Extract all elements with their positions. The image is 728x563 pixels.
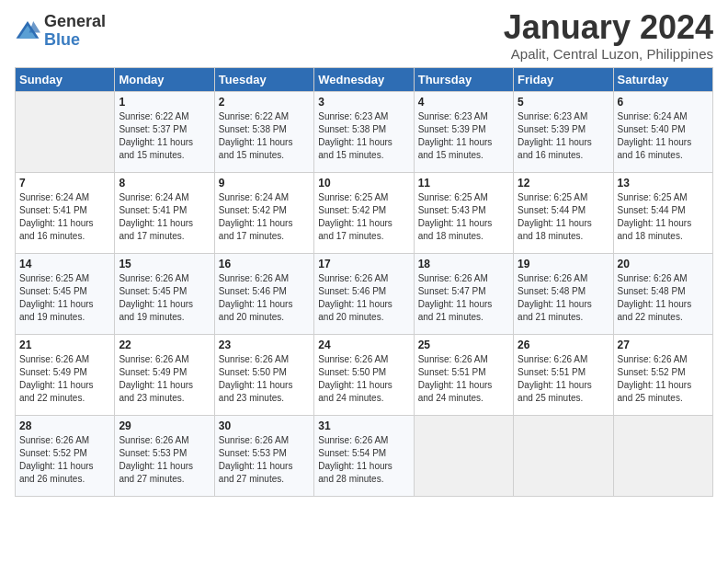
day-info: Sunrise: 6:25 AMSunset: 5:45 PMDaylight:… [19,272,110,324]
calendar-cell: 27Sunrise: 6:26 AMSunset: 5:52 PMDayligh… [613,334,712,415]
sunset-text: Sunset: 5:44 PM [618,205,686,215]
day-number: 20 [618,258,709,270]
sunrise-text: Sunrise: 6:26 AM [418,354,488,364]
sunrise-text: Sunrise: 6:26 AM [119,273,188,283]
daylight-text: and 27 minutes. [119,474,184,484]
day-info: Sunrise: 6:26 AMSunset: 5:53 PMDaylight:… [219,434,310,486]
sunrise-text: Sunrise: 6:24 AM [19,192,89,202]
daylight-text: Daylight: 11 hours [318,380,392,390]
logo-text: General Blue [44,13,106,50]
day-number: 11 [418,177,509,190]
calendar-body: 1Sunrise: 6:22 AMSunset: 5:37 PMDaylight… [16,91,713,496]
daylight-text: and 15 minutes. [418,150,483,160]
daylight-text: and 26 minutes. [19,474,85,484]
daylight-text: Daylight: 11 hours [19,218,94,228]
calendar-cell: 21Sunrise: 6:26 AMSunset: 5:49 PMDayligh… [16,334,115,415]
day-info: Sunrise: 6:24 AMSunset: 5:41 PMDaylight:… [119,191,210,243]
calendar-cell: 6Sunrise: 6:24 AMSunset: 5:40 PMDaylight… [613,91,712,172]
day-number: 19 [518,258,609,270]
sunset-text: Sunset: 5:46 PM [219,286,287,296]
calendar-cell: 5Sunrise: 6:23 AMSunset: 5:39 PMDaylight… [514,91,613,172]
daylight-text: Daylight: 11 hours [518,299,592,309]
day-number: 3 [318,96,409,109]
calendar-header: Sunday Monday Tuesday Wednesday Thursday… [16,67,713,91]
sunset-text: Sunset: 5:47 PM [418,286,486,296]
daylight-text: Daylight: 11 hours [19,299,94,309]
daylight-text: and 25 minutes. [518,393,583,403]
day-info: Sunrise: 6:26 AMSunset: 5:49 PMDaylight:… [119,353,210,405]
sunset-text: Sunset: 5:54 PM [318,448,386,458]
sunset-text: Sunset: 5:42 PM [219,205,287,215]
day-number: 29 [119,419,210,432]
calendar-cell: 24Sunrise: 6:26 AMSunset: 5:50 PMDayligh… [314,334,414,415]
calendar-cell: 9Sunrise: 6:24 AMSunset: 5:42 PMDaylight… [214,172,313,253]
day-number: 21 [19,339,110,351]
day-number: 22 [119,339,210,351]
daylight-text: and 22 minutes. [618,312,683,322]
calendar-cell: 23Sunrise: 6:26 AMSunset: 5:50 PMDayligh… [214,334,313,415]
daylight-text: and 23 minutes. [219,393,284,403]
sunrise-text: Sunrise: 6:22 AM [219,111,289,121]
daylight-text: Daylight: 11 hours [119,380,193,390]
sunrise-text: Sunrise: 6:24 AM [119,192,188,202]
sunrise-text: Sunrise: 6:25 AM [318,192,388,202]
day-number: 6 [618,96,709,109]
day-info: Sunrise: 6:22 AMSunset: 5:37 PMDaylight:… [119,110,210,162]
sunrise-text: Sunrise: 6:26 AM [618,273,688,283]
daylight-text: Daylight: 11 hours [418,218,493,228]
calendar-cell: 12Sunrise: 6:25 AMSunset: 5:44 PMDayligh… [514,172,613,253]
calendar-cell: 26Sunrise: 6:26 AMSunset: 5:51 PMDayligh… [514,334,613,415]
sunset-text: Sunset: 5:42 PM [318,205,386,215]
header: General Blue January 2024 Apalit, Centra… [15,9,713,62]
daylight-text: and 28 minutes. [318,474,383,484]
sunset-text: Sunset: 5:45 PM [119,286,187,296]
daylight-text: Daylight: 11 hours [518,380,592,390]
calendar-cell: 2Sunrise: 6:22 AMSunset: 5:38 PMDaylight… [214,91,313,172]
daylight-text: Daylight: 11 hours [318,299,392,309]
daylight-text: Daylight: 11 hours [119,299,193,309]
calendar-week-3: 14Sunrise: 6:25 AMSunset: 5:45 PMDayligh… [16,253,713,334]
daylight-text: and 15 minutes. [119,150,184,160]
sunset-text: Sunset: 5:45 PM [19,286,87,296]
day-info: Sunrise: 6:26 AMSunset: 5:48 PMDaylight:… [618,272,709,324]
sunrise-text: Sunrise: 6:26 AM [219,273,289,283]
calendar-cell: 18Sunrise: 6:26 AMSunset: 5:47 PMDayligh… [414,253,513,334]
daylight-text: and 24 minutes. [418,393,483,403]
daylight-text: and 19 minutes. [119,312,184,322]
daylight-text: and 16 minutes. [518,150,583,160]
sunset-text: Sunset: 5:50 PM [318,367,386,377]
col-monday: Monday [115,67,214,91]
daylight-text: and 18 minutes. [618,231,683,241]
daylight-text: Daylight: 11 hours [318,461,392,471]
sunrise-text: Sunrise: 6:24 AM [219,192,289,202]
day-number: 14 [19,258,110,270]
sunset-text: Sunset: 5:37 PM [119,124,187,134]
sunrise-text: Sunrise: 6:23 AM [518,111,587,121]
daylight-text: and 21 minutes. [518,312,583,322]
calendar-cell: 29Sunrise: 6:26 AMSunset: 5:53 PMDayligh… [115,415,214,496]
col-friday: Friday [514,67,613,91]
calendar-cell [16,91,115,172]
sunrise-text: Sunrise: 6:26 AM [19,435,89,445]
sunrise-text: Sunrise: 6:22 AM [119,111,188,121]
day-info: Sunrise: 6:26 AMSunset: 5:46 PMDaylight:… [318,272,409,324]
daylight-text: and 15 minutes. [219,150,284,160]
day-number: 31 [318,419,409,432]
daylight-text: Daylight: 11 hours [618,299,692,309]
sunset-text: Sunset: 5:38 PM [318,124,386,134]
day-number: 30 [219,419,310,432]
sunset-text: Sunset: 5:39 PM [418,124,486,134]
day-info: Sunrise: 6:26 AMSunset: 5:50 PMDaylight:… [219,353,310,405]
logo-blue: Blue [44,31,106,50]
sunrise-text: Sunrise: 6:25 AM [518,192,587,202]
sunset-text: Sunset: 5:46 PM [318,286,386,296]
logo-icon [15,18,40,44]
day-info: Sunrise: 6:26 AMSunset: 5:48 PMDaylight:… [518,272,609,324]
day-number: 10 [318,177,409,190]
sunset-text: Sunset: 5:39 PM [518,124,586,134]
sunrise-text: Sunrise: 6:26 AM [518,354,587,364]
sunset-text: Sunset: 5:53 PM [119,448,187,458]
daylight-text: Daylight: 11 hours [219,461,293,471]
day-info: Sunrise: 6:23 AMSunset: 5:39 PMDaylight:… [518,110,609,162]
day-number: 23 [219,339,310,351]
